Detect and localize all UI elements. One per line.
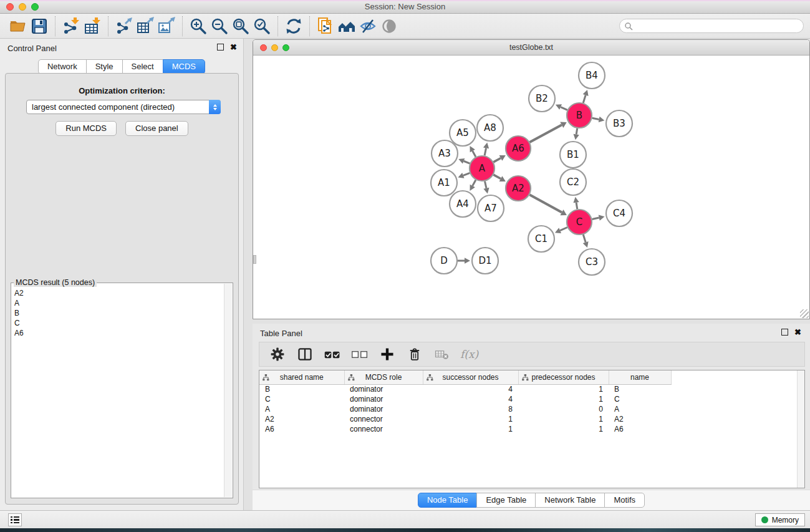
table-cell[interactable]: B: [609, 384, 671, 394]
import-table-icon[interactable]: [82, 16, 103, 36]
table-cell[interactable]: C: [609, 394, 671, 404]
graph-edge[interactable]: [529, 195, 562, 212]
close-panel-icon[interactable]: ✖: [230, 44, 237, 51]
float-panel-icon[interactable]: [217, 44, 224, 51]
search-field[interactable]: [619, 19, 804, 33]
canvas-edge-scrollbar[interactable]: [253, 255, 256, 264]
tab-network[interactable]: Network: [38, 59, 87, 74]
tab-node-table[interactable]: Node Table: [418, 493, 478, 508]
tab-edge-table[interactable]: Edge Table: [476, 493, 536, 508]
graph-edge[interactable]: [583, 235, 586, 242]
table-cell[interactable]: 8: [423, 404, 518, 414]
table-cell[interactable]: 1: [518, 394, 609, 404]
graph-edge[interactable]: [576, 203, 577, 210]
table-row[interactable]: Bdominator41B: [259, 384, 682, 394]
open-session-icon[interactable]: [7, 16, 29, 36]
export-image-icon[interactable]: [156, 16, 177, 36]
table-cell[interactable]: A2: [609, 414, 671, 424]
hide-selected-icon[interactable]: [357, 16, 378, 36]
deselect-all-icon[interactable]: [350, 345, 369, 364]
table-cell[interactable]: A6: [609, 424, 671, 434]
table-cell[interactable]: 0: [518, 404, 609, 414]
column-header-predecessor-nodes[interactable]: predecessor nodes: [518, 370, 609, 384]
table-cell[interactable]: 1: [518, 414, 609, 424]
table-cell[interactable]: A: [609, 404, 671, 414]
result-item[interactable]: A6: [12, 328, 224, 338]
table-cell[interactable]: 1: [423, 414, 518, 424]
close-panel-button[interactable]: Close panel: [125, 121, 188, 136]
graph-edge[interactable]: [529, 125, 561, 142]
column-view-icon[interactable]: [296, 345, 314, 364]
run-mcds-button[interactable]: Run MCDS: [55, 121, 117, 136]
network-home-icon[interactable]: [336, 16, 357, 36]
tab-select[interactable]: Select: [122, 59, 163, 74]
zoom-in-icon[interactable]: [188, 16, 209, 36]
graph-edge[interactable]: [485, 181, 486, 188]
add-row-icon[interactable]: [378, 345, 397, 364]
table-cell[interactable]: A2: [259, 414, 344, 424]
table-cell[interactable]: dominator: [344, 404, 423, 414]
table-row[interactable]: A6connector11A6: [259, 424, 682, 434]
column-header-successor-nodes[interactable]: successor nodes: [423, 370, 518, 384]
close-table-panel-icon[interactable]: ✖: [794, 329, 801, 336]
result-item[interactable]: B: [12, 308, 224, 318]
graph-edge[interactable]: [473, 180, 476, 186]
graph-edge[interactable]: [493, 158, 501, 162]
zoom-fit-icon[interactable]: [230, 16, 251, 36]
select-all-icon[interactable]: [323, 345, 342, 364]
memory-button[interactable]: Memory: [755, 513, 805, 526]
tab-network-table[interactable]: Network Table: [535, 493, 605, 508]
table-cell[interactable]: A6: [259, 424, 344, 434]
table-cell[interactable]: A: [259, 404, 344, 414]
optimization-criterion-select[interactable]: largest connected component (directed): [26, 100, 221, 114]
import-network-icon[interactable]: [60, 16, 82, 36]
network-canvas[interactable]: B4B2BB3A8A5A6A3B1AC2A1A2A4A7C4CC1DD1C3: [253, 56, 809, 319]
table-cell[interactable]: 4: [423, 384, 518, 394]
table-cell[interactable]: dominator: [344, 384, 423, 394]
table-cell[interactable]: 4: [423, 394, 518, 404]
column-header-shared-name[interactable]: shared name: [259, 370, 344, 384]
delete-row-icon[interactable]: [405, 345, 424, 364]
table-row[interactable]: Cdominator41C: [259, 394, 682, 404]
graph-edge[interactable]: [592, 118, 599, 119]
table-cell[interactable]: dominator: [344, 394, 423, 404]
column-header-MCDS-role[interactable]: MCDS role: [344, 370, 423, 384]
table-cell[interactable]: connector: [344, 414, 423, 424]
table-row[interactable]: A2connector11A2: [259, 414, 682, 424]
tab-motifs[interactable]: Motifs: [604, 493, 645, 508]
refresh-icon[interactable]: [283, 16, 304, 36]
result-item[interactable]: A: [12, 298, 224, 308]
float-table-panel-icon[interactable]: [781, 329, 788, 336]
result-item[interactable]: C: [12, 318, 224, 328]
table-row[interactable]: Adominator80A: [259, 404, 682, 414]
export-table-icon[interactable]: [135, 16, 156, 36]
duplicate-network-icon[interactable]: [315, 16, 336, 36]
export-network-icon[interactable]: [113, 16, 135, 36]
network-graph[interactable]: B4B2BB3A8A5A6A3B1AC2A1A2A4A7C4CC1DD1C3: [253, 56, 809, 319]
table-scrollbar[interactable]: [797, 370, 804, 488]
show-all-icon[interactable]: [378, 16, 400, 36]
table-settings-icon[interactable]: [268, 345, 287, 364]
graph-edge[interactable]: [561, 107, 567, 110]
graph-edge[interactable]: [485, 148, 486, 155]
zoom-out-icon[interactable]: [209, 16, 230, 36]
column-header-name[interactable]: name: [609, 370, 671, 384]
graph-edge[interactable]: [493, 175, 501, 178]
mcds-result-list[interactable]: A2ABCA6: [12, 284, 224, 497]
zoom-selected-icon[interactable]: [251, 16, 272, 36]
tab-style[interactable]: Style: [86, 59, 123, 74]
table-cell[interactable]: 1: [423, 424, 518, 434]
table-cell[interactable]: 1: [518, 384, 609, 394]
task-history-icon[interactable]: [8, 513, 22, 526]
table-cell[interactable]: C: [259, 394, 344, 404]
graph-edge[interactable]: [560, 227, 567, 230]
graph-edge[interactable]: [473, 151, 476, 157]
table-cell[interactable]: B: [259, 384, 344, 394]
save-session-icon[interactable]: [29, 16, 50, 36]
tab-mcds[interactable]: MCDS: [163, 59, 205, 74]
table-cell[interactable]: connector: [344, 424, 423, 434]
graph-edge[interactable]: [463, 173, 470, 175]
network-window-titlebar[interactable]: testGlobe.txt: [253, 40, 809, 56]
result-item[interactable]: A2: [12, 288, 224, 298]
graph-edge[interactable]: [464, 161, 470, 163]
